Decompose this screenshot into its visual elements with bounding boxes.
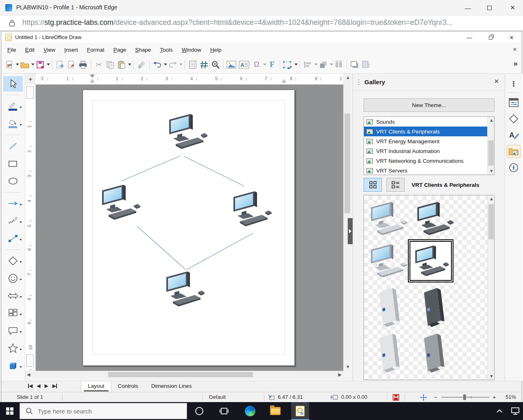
cortana-button[interactable] — [190, 402, 208, 420]
browser-addressbar[interactable]: https://stg.practice-labs.com/device-adv… — [0, 15, 523, 31]
bottom-margin-marker[interactable] — [26, 354, 34, 367]
block-arrows-tool[interactable] — [3, 288, 23, 304]
horizontal-ruler[interactable]: 2 1 1 2 3 4 5 6 7 8 9 1 — [36, 74, 343, 85]
snap-guides-button[interactable] — [198, 59, 210, 71]
thumb-tower-gray-1[interactable] — [415, 331, 450, 375]
thumb-tower-dark-1[interactable] — [415, 286, 450, 330]
taskbar-explorer-button[interactable] — [266, 402, 284, 420]
scroll-up-icon[interactable]: ▲ — [346, 75, 350, 80]
ellipse-tool[interactable] — [3, 173, 23, 189]
theme-item-vrt-networking[interactable]: VRT Networking & Communications — [364, 156, 494, 166]
scroll-down-icon[interactable]: ▼ — [346, 365, 350, 369]
thumb-desktop-dark-1[interactable] — [412, 198, 455, 238]
line-color-dropdown[interactable] — [20, 107, 22, 108]
computer-right[interactable] — [233, 191, 272, 226]
scroll-left-icon[interactable]: ◀ — [27, 372, 30, 377]
fit-slide-icon[interactable] — [420, 394, 427, 401]
vertical-ruler[interactable]: 1 2 3 4 5 6 7 8 9 10 — [25, 85, 36, 371]
taskbar-edge-button[interactable] — [241, 402, 259, 420]
first-slide-button[interactable]: ◀ — [28, 383, 33, 389]
insert-line-tool[interactable] — [3, 138, 23, 154]
symbol-shapes-dropdown[interactable] — [20, 279, 22, 280]
theme-scroll-thumb[interactable] — [488, 140, 494, 166]
icon-view-button[interactable] — [364, 178, 382, 192]
detail-view-button[interactable] — [386, 178, 405, 192]
scroll-down-icon[interactable]: ▼ — [489, 374, 494, 378]
zoom-out-button[interactable]: − — [434, 394, 438, 400]
redo-dropdown[interactable] — [179, 63, 183, 66]
flowchart-dropdown[interactable] — [20, 314, 22, 315]
insert-textbox-button[interactable]: A — [237, 59, 251, 71]
open-button[interactable] — [19, 59, 31, 71]
draw-restore-button[interactable] — [480, 31, 501, 44]
sidebar-tab-properties[interactable] — [507, 96, 521, 109]
sidebar-hide-handle[interactable] — [348, 218, 353, 244]
theme-item-vrt-energy[interactable]: VRT Energy Management — [364, 136, 494, 146]
zoom-level[interactable]: 51% — [506, 394, 516, 400]
zoom-in-button[interactable]: + — [492, 394, 496, 400]
align-objects-button[interactable] — [302, 59, 314, 71]
curves-dropdown[interactable] — [20, 221, 22, 223]
lines-arrows-dropdown[interactable] — [20, 204, 22, 206]
computer-top[interactable] — [169, 114, 207, 149]
menu-window[interactable]: Window — [177, 45, 206, 55]
menu-page[interactable]: Page — [109, 45, 131, 55]
close-document-icon[interactable]: ✕ — [511, 46, 519, 52]
menu-insert[interactable]: Insert — [60, 45, 83, 55]
sidebar-tab-navigator[interactable] — [507, 161, 521, 174]
scroll-right-icon[interactable]: ▶ — [338, 372, 342, 377]
rectangle-tool[interactable] — [3, 156, 23, 171]
open-dropdown[interactable] — [31, 63, 35, 66]
scroll-down-icon[interactable]: ▼ — [489, 169, 494, 173]
arrange-dropdown[interactable] — [330, 63, 333, 66]
menu-shape[interactable]: Shape — [131, 45, 155, 55]
special-character-button[interactable]: Ω — [251, 59, 262, 71]
line-color-tool[interactable] — [3, 98, 23, 114]
copy-button[interactable] — [105, 59, 116, 71]
tab-layout[interactable]: Layout — [81, 381, 111, 392]
url-text[interactable]: https://stg.practice-labs.com/device-adv… — [22, 18, 453, 27]
paste-button[interactable] — [116, 59, 127, 71]
basic-shapes-tool[interactable] — [3, 253, 23, 269]
new-theme-button[interactable]: New Theme... — [364, 98, 495, 112]
scroll-up-icon[interactable]: ▲ — [489, 197, 494, 201]
curves-polygons-tool[interactable] — [3, 213, 23, 229]
menu-help[interactable]: Help — [206, 45, 226, 55]
callouts-dropdown[interactable] — [20, 331, 22, 333]
unsaved-changes-icon[interactable] — [392, 394, 399, 401]
image-filter-button[interactable] — [360, 59, 372, 71]
thumbnails-scrollbar[interactable]: ▲ ▼ — [487, 195, 494, 380]
save-dropdown[interactable] — [47, 63, 50, 66]
toolbar-overflow-button[interactable]: » — [513, 59, 518, 68]
drawing-canvas[interactable] — [36, 85, 343, 371]
theme-item-sounds[interactable]: Sounds — [364, 117, 494, 127]
menu-file[interactable]: File — [3, 45, 21, 55]
clone-formatting-button[interactable] — [136, 59, 147, 71]
transformations-dropdown[interactable] — [294, 63, 298, 66]
export-pdf-button[interactable] — [66, 59, 77, 71]
tab-dimension-lines[interactable]: Dimension Lines — [145, 381, 198, 392]
align-dropdown[interactable] — [314, 63, 318, 66]
fill-color-tool[interactable] — [3, 116, 23, 131]
gallery-close-icon[interactable]: ✕ — [494, 78, 499, 85]
thumb-desktop-partial-2[interactable] — [414, 376, 454, 380]
tray-display-icon[interactable] — [511, 407, 520, 415]
gallery-thumbnails[interactable]: ▲ ▼ — [364, 195, 495, 380]
browser-minimize-button[interactable]: — — [458, 0, 477, 15]
distribute-button[interactable] — [333, 59, 344, 71]
canvas-horizontal-scrollbar[interactable]: ◀ ▶ — [25, 371, 343, 378]
scroll-up-icon[interactable]: ▲ — [489, 118, 494, 122]
thumb-desktop-partial-1[interactable] — [368, 376, 409, 380]
fontwork-button[interactable]: F — [266, 59, 278, 71]
new-dropdown[interactable] — [16, 63, 19, 66]
thumb-tower-light-2[interactable] — [370, 331, 405, 375]
h-scroll-thumb[interactable] — [108, 372, 253, 377]
previous-slide-button[interactable]: ◀ — [37, 383, 40, 389]
zoom-button[interactable] — [210, 59, 221, 71]
menu-view[interactable]: View — [39, 45, 60, 55]
last-slide-button[interactable]: ▶ — [52, 383, 57, 389]
tray-chevron-icon[interactable] — [496, 409, 503, 413]
sidebar-tab-gallery[interactable] — [507, 145, 521, 158]
search-input[interactable] — [38, 408, 172, 415]
browser-close-button[interactable]: ✕ — [503, 0, 522, 15]
